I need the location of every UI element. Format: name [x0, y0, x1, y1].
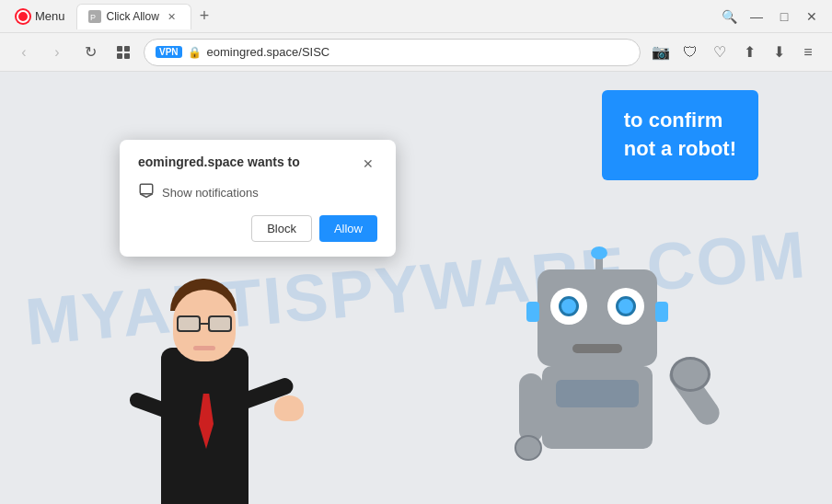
maximize-button[interactable]: □	[771, 4, 797, 29]
tab-favicon: P	[88, 10, 101, 23]
url-text: eomingred.space/SISC	[207, 45, 629, 59]
tabs-area: P Click Allow ✕ +	[73, 4, 709, 29]
tab-label: Click Allow	[107, 10, 159, 23]
search-button[interactable]: 🔍	[716, 4, 742, 29]
page-content: MYANTISPYWARE.COM to confirm not a robot…	[0, 72, 832, 504]
url-domain: eomingred.space	[207, 45, 299, 59]
url-bar[interactable]: VPN 🔒 eomingred.space/SISC	[144, 39, 641, 66]
vpn-badge: VPN	[156, 46, 182, 58]
new-tab-button[interactable]: +	[191, 4, 217, 29]
opera-logo	[15, 8, 31, 25]
menu-button[interactable]: ≡	[795, 40, 821, 65]
title-bar: Menu P Click Allow ✕ + 🔍 — □ ✕	[0, 0, 832, 33]
share-button[interactable]: ⬆	[736, 40, 762, 65]
menu-label: Menu	[35, 9, 65, 23]
popup-header: eomingred.space wants to ✕	[138, 155, 377, 173]
robot-illustration	[510, 246, 694, 504]
cta-box: to confirm not a robot!	[602, 90, 758, 180]
heart-button[interactable]: ♡	[707, 40, 733, 65]
cta-line2: not a robot!	[624, 135, 736, 164]
reload-button[interactable]: ↻	[77, 40, 103, 65]
tab-close-button[interactable]: ✕	[165, 9, 179, 24]
permission-label: Show notifications	[162, 186, 259, 200]
tabs-grid-icon	[117, 46, 130, 59]
svg-rect-2	[140, 184, 153, 194]
person-illustration	[110, 228, 295, 504]
minimize-button[interactable]: —	[744, 4, 769, 29]
notification-popup: eomingred.space wants to ✕ Show notifica…	[120, 140, 396, 257]
window-controls: 🔍 — □ ✕	[716, 4, 825, 29]
url-path: /SISC	[298, 45, 329, 59]
popup-actions: Block Allow	[138, 215, 377, 242]
shield-button[interactable]: 🛡	[677, 40, 703, 65]
active-tab[interactable]: P Click Allow ✕	[76, 4, 191, 29]
download-button[interactable]: ⬇	[766, 40, 792, 65]
allow-button[interactable]: Allow	[319, 215, 377, 242]
address-bar: ‹ › ↻ VPN 🔒 eomingred.space/SISC 📷 🛡 ♡ ⬆…	[0, 33, 832, 72]
tabs-grid-button[interactable]	[110, 40, 136, 65]
camera-button[interactable]: 📷	[648, 40, 674, 65]
notification-icon	[138, 182, 155, 202]
popup-permission: Show notifications	[138, 182, 377, 202]
block-button[interactable]: Block	[251, 215, 312, 242]
toolbar-icons: 📷 🛡 ♡ ⬆ ⬇ ≡	[648, 40, 821, 65]
svg-text:P: P	[90, 13, 96, 22]
cta-line1: to confirm	[624, 107, 736, 135]
forward-button[interactable]: ›	[44, 40, 70, 65]
back-button[interactable]: ‹	[11, 40, 37, 65]
opera-menu-button[interactable]: Menu	[7, 5, 73, 29]
lock-icon: 🔒	[188, 46, 202, 59]
browser-window: Menu P Click Allow ✕ + 🔍 — □ ✕ ‹ › ↻	[0, 0, 832, 504]
close-button[interactable]: ✕	[799, 4, 825, 29]
popup-close-button[interactable]: ✕	[359, 155, 377, 173]
popup-title: eomingred.space wants to	[138, 155, 348, 169]
